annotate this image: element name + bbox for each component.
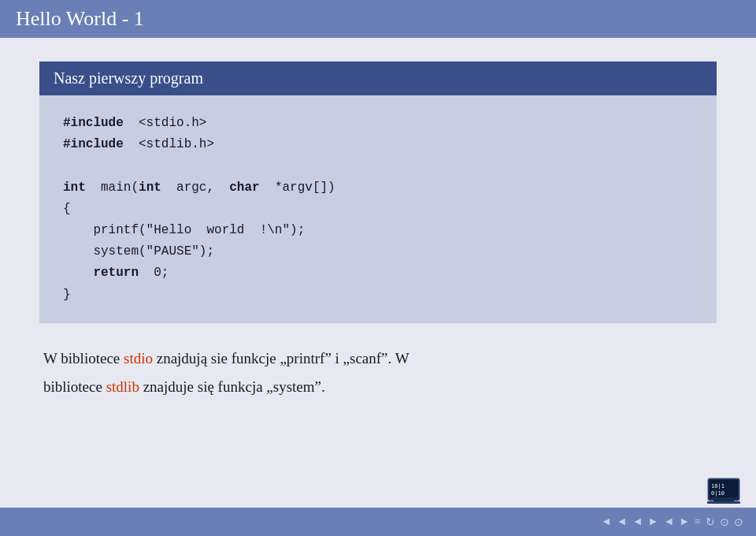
desc-line1-before: W bibliotece bbox=[43, 350, 124, 367]
code-line: #include <stdio.h> bbox=[63, 113, 693, 134]
nav-zoom-icon[interactable]: ⊙ bbox=[720, 516, 729, 529]
header-bar: Hello World - 1 bbox=[0, 0, 756, 38]
nav-prev2-icon[interactable]: ◄ bbox=[617, 516, 628, 528]
main-content: Nasz pierwszy program #include <stdio.h>… bbox=[0, 38, 756, 419]
code-line: return 0; bbox=[63, 262, 693, 284]
description-line1: W bibliotece stdio znajdują sie funkcje … bbox=[43, 347, 713, 370]
nav-next2-icon[interactable]: ► bbox=[679, 516, 690, 528]
nav-prev-icon[interactable]: ◄ bbox=[601, 516, 612, 528]
bottom-nav: ◄ ◄ ◄ ► ◄ ► ≡ ↻ ⊙ ⊙ bbox=[0, 508, 756, 536]
nav-next-icon[interactable]: ► bbox=[648, 516, 659, 528]
code-line: } bbox=[63, 285, 693, 306]
code-line: { bbox=[63, 199, 693, 220]
code-line: system("PAUSE"); bbox=[63, 241, 693, 262]
terminal-icon: 10|1 0|10 bbox=[707, 478, 740, 504]
code-line: int main(int argc, char *argv[]) bbox=[63, 177, 693, 199]
nav-zoom2-icon[interactable]: ⊙ bbox=[734, 516, 743, 529]
desc-line1-after: znajdują sie funkcje „printrf” i „scanf”… bbox=[153, 350, 410, 367]
stdlib-highlight: stdlib bbox=[106, 378, 139, 395]
code-line: printf("Hello world !\n"); bbox=[63, 220, 693, 241]
nav-prev4-icon[interactable]: ◄ bbox=[663, 516, 674, 528]
description-text: W bibliotece stdio znajdują sie funkcje … bbox=[39, 347, 717, 400]
code-block: #include <stdio.h> #include <stdlib.h> i… bbox=[39, 95, 717, 323]
stdio-highlight: stdio bbox=[124, 350, 153, 367]
nav-prev3-icon[interactable]: ◄ bbox=[632, 516, 643, 528]
svg-text:0|10: 0|10 bbox=[711, 490, 724, 497]
svg-text:10|1: 10|1 bbox=[711, 483, 724, 489]
desc-line2-before: bibliotece bbox=[43, 378, 106, 395]
desc-line2-after: znajduje się funkcja „system”. bbox=[139, 378, 325, 395]
svg-rect-5 bbox=[707, 501, 740, 504]
code-line bbox=[63, 155, 693, 177]
section-title: Nasz pierwszy program bbox=[39, 61, 717, 95]
nav-refresh-icon[interactable]: ↻ bbox=[706, 516, 715, 529]
nav-menu-icon[interactable]: ≡ bbox=[695, 516, 701, 528]
description-line2: bibliotece stdlib znajduje się funkcja „… bbox=[43, 375, 713, 399]
code-line: #include <stdlib.h> bbox=[63, 134, 693, 155]
header-title: Hello World - 1 bbox=[16, 7, 144, 31]
